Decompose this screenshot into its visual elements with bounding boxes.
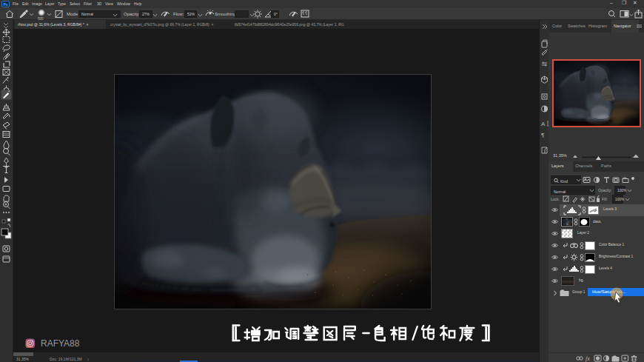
- svg-text:fx: fx: [586, 355, 590, 362]
- svg-text:¶: ¶: [541, 132, 544, 138]
- svg-text:A: A: [541, 121, 546, 127]
